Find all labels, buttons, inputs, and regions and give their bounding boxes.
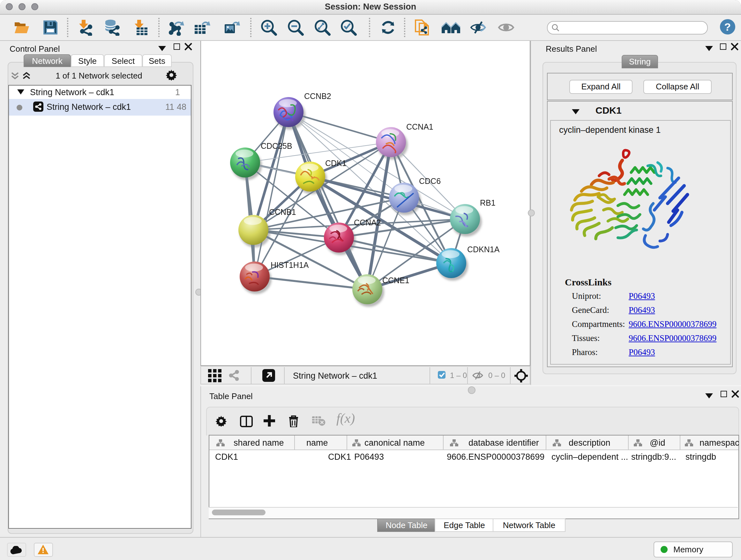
svg-text:CCNB1: CCNB1 xyxy=(269,207,296,216)
svg-text:HIST1H1A: HIST1H1A xyxy=(271,260,309,269)
svg-text:CCNB2: CCNB2 xyxy=(304,91,331,101)
svg-text:CCNE1: CCNE1 xyxy=(382,276,409,285)
svg-text:CDC6: CDC6 xyxy=(419,177,441,186)
svg-text:CCNA2: CCNA2 xyxy=(354,218,381,227)
svg-text:CDKN1A: CDKN1A xyxy=(467,245,500,254)
svg-text:RB1: RB1 xyxy=(480,198,495,207)
svg-text:CDK1: CDK1 xyxy=(325,159,347,168)
svg-text:CDC25B: CDC25B xyxy=(261,141,292,150)
svg-text:?: ? xyxy=(724,20,731,33)
svg-text:CCNA1: CCNA1 xyxy=(406,122,433,131)
